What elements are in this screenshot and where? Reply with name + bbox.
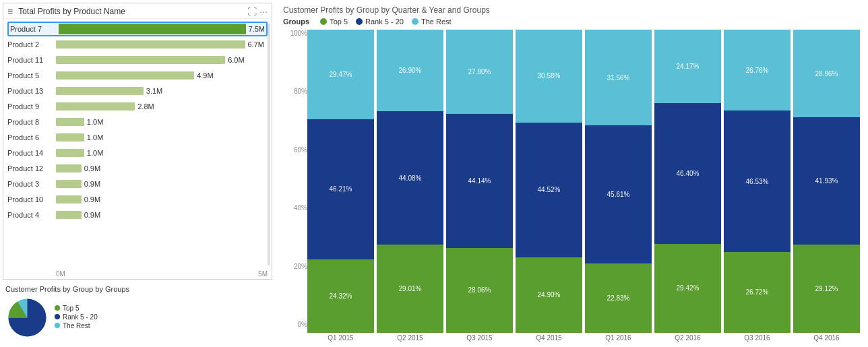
scrollbar[interactable] — [268, 24, 270, 265]
bar-value: 2.8M — [137, 102, 154, 111]
bar-fill — [56, 195, 82, 203]
bar-label: Product 3 — [7, 180, 56, 188]
bar-fill — [56, 71, 194, 80]
bar-label: Product 7 — [10, 25, 59, 33]
mini-chart-title: Customer Profits by Group by Groups — [5, 285, 270, 293]
more-icon[interactable]: ··· — [259, 6, 268, 17]
bar-row[interactable]: Product 11 6.0M — [7, 53, 268, 67]
segment-rest: 26.76% — [724, 30, 790, 111]
bar-track: 6.7M — [56, 40, 268, 49]
stacked-bar-group[interactable]: 24.17%46.40%29.42% — [654, 30, 721, 333]
stacked-bar-group[interactable]: 26.90%44.08%29.01% — [377, 30, 443, 333]
stacked-bar-group[interactable]: 26.76%46.53%26.72% — [724, 30, 790, 333]
y-axis-label: 0% — [283, 321, 307, 328]
x-axis-label: Q3 2016 — [724, 334, 790, 342]
axis-label-0: 0M — [56, 270, 65, 278]
y-axis-label: 60% — [283, 146, 307, 154]
bar-row[interactable]: Product 14 1.0M — [7, 146, 268, 160]
segment-rank: 46.40% — [654, 103, 721, 244]
segment-rest: 30.58% — [516, 30, 582, 123]
bar-value: 0.9M — [84, 164, 100, 172]
segment-rank: 44.52% — [516, 123, 582, 257]
bar-label: Product 9 — [7, 102, 56, 111]
segment-rank: 44.14% — [446, 114, 513, 248]
x-axis-label: Q3 2015 — [446, 334, 513, 342]
segment-rest: 29.47% — [307, 30, 374, 119]
y-axis-label: 20% — [283, 263, 307, 270]
bar-value: 6.7M — [248, 40, 264, 49]
legend-item: The Rest — [412, 18, 452, 26]
segment-rank: 46.21% — [307, 119, 374, 259]
bar-track: 3.1M — [56, 86, 268, 96]
bar-row[interactable]: Product 8 1.0M — [7, 115, 268, 129]
bar-row[interactable]: Product 12 0.9M — [7, 161, 268, 176]
segment-top5: 29.42% — [654, 244, 721, 333]
segment-top5: 29.12% — [793, 245, 860, 333]
mini-legend-item: Rank 5 - 20 — [55, 313, 98, 321]
chart-with-axes: 100%80%60%40%20%0% 29.47%46.21%24.32%26.… — [283, 30, 860, 342]
x-axis-label: Q2 2016 — [654, 334, 721, 342]
bar-row[interactable]: Product 3 0.9M — [7, 177, 268, 191]
bar-value: 0.9M — [84, 180, 100, 188]
bar-track: 0.9M — [56, 195, 268, 204]
stacked-bar-group[interactable]: 27.80%44.14%28.06% — [446, 30, 513, 333]
mini-legend: Top 5Rank 5 - 20The Rest — [55, 305, 98, 331]
bar-value: 1.0M — [87, 118, 103, 126]
bar-track: 1.0M — [56, 133, 268, 142]
bar-row[interactable]: Product 6 1.0M — [7, 130, 268, 145]
expand-icon[interactable]: ⛶ — [247, 6, 257, 17]
bar-chart-header: ≡ Total Profits by Product Name ⛶ ··· — [3, 3, 272, 19]
x-axis-label: Q1 2016 — [585, 334, 652, 342]
mini-legend-item: Top 5 — [55, 305, 98, 312]
bar-value: 4.9M — [197, 71, 213, 80]
segment-rank: 45.61% — [585, 125, 652, 263]
bar-track: 2.8M — [56, 102, 268, 111]
segment-rest: 28.96% — [793, 30, 860, 117]
x-axis-label: Q1 2015 — [307, 334, 374, 342]
bar-row[interactable]: Product 4 0.9M — [7, 208, 268, 222]
bar-label: Product 6 — [7, 133, 56, 141]
bar-row[interactable]: Product 2 6.7M — [7, 37, 268, 52]
bar-label: Product 11 — [7, 56, 56, 64]
stacked-bar-group[interactable]: 29.47%46.21%24.32% — [307, 30, 374, 333]
mini-legend-item: The Rest — [55, 322, 98, 329]
right-panel: Customer Profits by Group by Quarter & Y… — [275, 0, 868, 347]
y-axis-label: 80% — [283, 88, 307, 95]
bar-row[interactable]: Product 10 0.9M — [7, 192, 268, 207]
bar-track: 0.9M — [56, 164, 268, 173]
drag-icon: ≡ — [7, 6, 13, 17]
bar-track: 4.9M — [56, 71, 268, 80]
bar-row[interactable]: Product 5 4.9M — [7, 68, 268, 83]
bar-label: Product 2 — [7, 40, 56, 49]
stacked-bar-group[interactable]: 30.58%44.52%24.90% — [516, 30, 582, 333]
bar-fill — [56, 164, 82, 172]
chart-inner: 29.47%46.21%24.32%26.90%44.08%29.01%27.8… — [307, 30, 860, 342]
bar-label: Product 5 — [7, 71, 56, 80]
bar-row[interactable]: Product 9 2.8M — [7, 99, 268, 114]
segment-rest: 31.56% — [585, 30, 652, 125]
axis-label-5m: 5M — [258, 270, 268, 278]
bar-label: Product 4 — [7, 211, 56, 219]
bar-fill — [59, 24, 246, 34]
bar-row[interactable]: Product 13 3.1M — [7, 84, 268, 98]
segment-top5: 24.32% — [307, 259, 374, 333]
bar-row[interactable]: Product 7 7.5M — [7, 22, 268, 36]
mini-chart-container: Customer Profits by Group by Groups Top … — [3, 284, 272, 344]
segment-rest: 27.80% — [446, 30, 513, 114]
bar-axis: 0M 5M — [3, 270, 272, 279]
bar-track: 1.0M — [56, 117, 268, 127]
x-axis-label: Q4 2016 — [793, 334, 860, 342]
bar-label: Product 10 — [7, 195, 56, 203]
bar-fill — [56, 102, 135, 111]
bar-fill — [56, 56, 225, 64]
bar-value: 6.0M — [228, 56, 244, 64]
stacked-bar-group[interactable]: 31.56%45.61%22.83% — [585, 30, 652, 333]
stacked-bar-group[interactable]: 28.96%41.93%29.12% — [793, 30, 860, 333]
mini-chart-content: Top 5Rank 5 - 20The Rest — [5, 294, 270, 340]
bar-label: Product 8 — [7, 118, 56, 126]
bar-fill — [56, 133, 84, 141]
bar-value: 7.5M — [249, 25, 265, 33]
segment-top5: 28.06% — [446, 248, 513, 333]
segment-rest: 24.17% — [654, 30, 721, 103]
bar-value: 1.0M — [87, 149, 103, 157]
